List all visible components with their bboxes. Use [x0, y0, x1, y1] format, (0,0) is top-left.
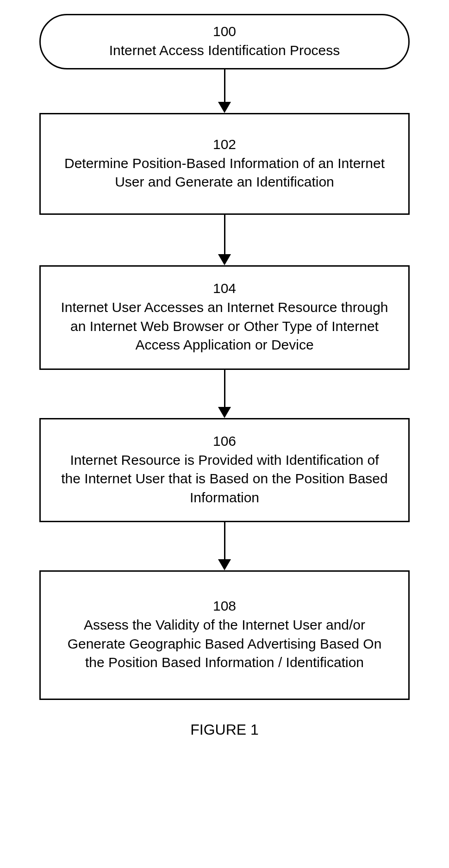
figure-label: FIGURE 1 [0, 721, 449, 738]
arrow-line [224, 370, 225, 407]
arrow-3 [218, 370, 231, 418]
step-number-102: 102 [213, 137, 236, 152]
step-text-104: Internet User Accesses an Internet Resou… [59, 298, 390, 355]
arrow-line [224, 522, 225, 559]
step-number-106: 106 [213, 433, 236, 449]
arrow-1 [218, 69, 231, 113]
process-step-102: 102 Determine Position-Based Information… [39, 113, 410, 215]
step-number-104: 104 [213, 281, 236, 296]
arrow-head-icon [218, 407, 231, 418]
arrow-head-icon [218, 102, 231, 113]
step-text-102: Determine Position-Based Information of … [59, 154, 390, 192]
arrow-2 [218, 215, 231, 265]
process-step-104: 104 Internet User Accesses an Internet R… [39, 265, 410, 370]
process-step-106: 106 Internet Resource is Provided with I… [39, 418, 410, 523]
process-step-108: 108 Assess the Validity of the Internet … [39, 570, 410, 700]
arrow-line [224, 69, 225, 102]
terminator-start: 100 Internet Access Identification Proce… [39, 14, 410, 69]
arrow-head-icon [218, 254, 231, 265]
flowchart-container: 100 Internet Access Identification Proce… [39, 14, 410, 700]
step-number-108: 108 [213, 598, 236, 614]
step-text-106: Internet Resource is Provided with Ident… [59, 451, 390, 507]
arrow-line [224, 215, 225, 254]
step-number-100: 100 [213, 24, 236, 39]
step-text-100: Internet Access Identification Process [109, 41, 340, 60]
arrow-4 [218, 522, 231, 570]
arrow-head-icon [218, 559, 231, 570]
step-text-108: Assess the Validity of the Internet User… [59, 616, 390, 672]
